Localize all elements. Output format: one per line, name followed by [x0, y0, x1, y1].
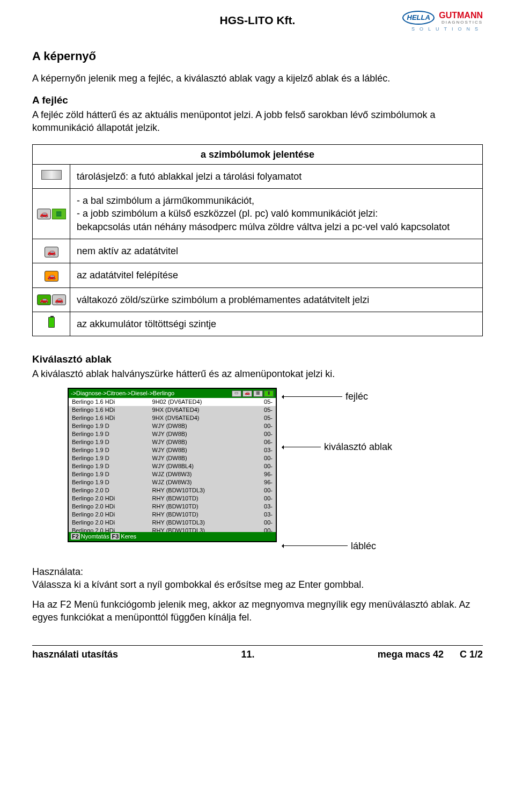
hella-logo-icon: HELLA: [402, 11, 435, 25]
titlebar-icon: ▮: [264, 390, 274, 397]
battery-icon: [48, 317, 55, 328]
list-item[interactable]: Berlingo 1.9 DWJZ (DW8W3)96-: [69, 470, 276, 478]
page-footer: használati utasítás 11. mega macs 42 C 1…: [32, 645, 483, 661]
car-green-icon: 🚗: [37, 294, 51, 305]
storage-indicator-icon: [41, 170, 62, 180]
text-select-window: A kiválasztó ablak halványszürke hátterű…: [32, 367, 483, 380]
gutmann-logo: GUTMANN: [439, 11, 483, 20]
car-grey-icon: 🚗: [37, 209, 51, 219]
screenshot-title-text: ->Diagnose->Citroen->Diesel->Berlingo: [71, 389, 174, 397]
fkey: F2: [71, 533, 80, 540]
heading-select-window: Kiválasztó ablak: [32, 352, 483, 366]
list-item[interactable]: Berlingo 2.0 HDiRHY (BDW10TDL3)00-: [69, 527, 276, 532]
text-header-desc: A fejléc zöld hátterű és az aktuális men…: [32, 108, 483, 135]
company-title: HGS-LITO Kft.: [156, 11, 359, 28]
heading-header: A fejléc: [32, 93, 483, 107]
symbol-desc: váltakozó zöld/szürke szimbólum a problé…: [70, 287, 483, 312]
list-item[interactable]: Berlingo 2.0 HDiRHY (BDW10TD)03-: [69, 503, 276, 511]
leader-line-icon: [283, 545, 348, 546]
list-item[interactable]: Berlingo 1.9 DWJY (DW8B)06-: [69, 438, 276, 446]
heading-screen: A képernyő: [32, 48, 483, 64]
list-item[interactable]: Berlingo 2.0 HDiRHY (BDW10TDL3)00-: [69, 519, 276, 527]
list-item[interactable]: Berlingo 2.0 HDiRHY (BDW10TD)03-: [69, 511, 276, 519]
footer-product: mega macs 42: [378, 649, 444, 660]
list-item[interactable]: Berlingo 1.6 HDi9HX (DV6ATED4)05-: [69, 406, 276, 414]
annot-label: kiválasztó ablak: [324, 440, 392, 453]
list-item[interactable]: Berlingo 1.9 DWJY (DW8B)00-: [69, 430, 276, 438]
footer-center: 11.: [241, 648, 254, 661]
brand-logos: HELLA GUTMANN DIAGNOSTICS SOLUTIONS: [359, 11, 483, 32]
annotated-screenshot: ->Diagnose->Citroen->Diesel->Berlingo ▭ …: [68, 388, 483, 552]
footer-page: C 1/2: [460, 649, 483, 660]
leader-line-icon: [283, 447, 321, 447]
chip-green-icon: ▦: [52, 209, 66, 219]
list-item[interactable]: Berlingo 1.6 HDi9HX (DV6ATED4)05-: [69, 414, 276, 422]
symbol-desc: az akkumulátor töltöttségi szintje: [70, 312, 483, 336]
list-item[interactable]: Berlingo 1.6 HDi9H02 (DV6ATED4)05-: [69, 398, 276, 406]
list-item[interactable]: Berlingo 1.9 DWJZ (DW8W3)96-: [69, 478, 276, 486]
titlebar-icon: 🚗: [242, 390, 252, 397]
titlebar-icon: ▭: [232, 390, 241, 397]
page-header: HGS-LITO Kft. HELLA GUTMANN DIAGNOSTICS …: [32, 11, 483, 32]
annot-label: fejléc: [345, 390, 368, 403]
screenshot-list: Berlingo 1.6 HDi9H02 (DV6ATED4)05-Berlin…: [69, 398, 276, 532]
diagnostics-text: DIAGNOSTICS: [439, 20, 483, 25]
usage-heading: Használata:: [32, 565, 483, 578]
car-grey-icon: 🚗: [45, 247, 58, 257]
symbol-table-heading: a szimbólumok jelentése: [33, 144, 483, 164]
list-item[interactable]: Berlingo 1.9 DWJY (DW8B)03-: [69, 446, 276, 454]
list-item[interactable]: Berlingo 1.9 DWJY (DW8BL4)00-: [69, 462, 276, 470]
symbol-desc: az adatátvitel felépítése: [70, 263, 483, 287]
usage-text: Válassza ki a kívánt sort a nyíl gombokk…: [32, 578, 483, 591]
screenshot-frame: ->Diagnose->Citroen->Diesel->Berlingo ▭ …: [68, 388, 277, 542]
f2-note-text: Ha az F2 Menü funkciógomb jelenik meg, a…: [32, 598, 483, 624]
symbol-desc: nem aktív az adatátvitel: [70, 239, 483, 263]
symbol-meaning-table: a szimbólumok jelentése tárolásjelző: a …: [32, 144, 483, 337]
list-item[interactable]: Berlingo 2.0 DRHY (BDW10TDL3)00-: [69, 486, 276, 494]
footer-left: használati utasítás: [32, 648, 118, 661]
list-item[interactable]: Berlingo 1.9 DWJY (DW8B)00-: [69, 454, 276, 462]
list-item[interactable]: Berlingo 2.0 HDiRHY (BDW10TD)00-: [69, 494, 276, 503]
screenshot-footer: F2Nyomtatás F3Keres: [69, 532, 276, 541]
car-grey-icon: 🚗: [52, 294, 66, 305]
screenshot-titlebar: ->Diagnose->Citroen->Diesel->Berlingo ▭ …: [69, 389, 276, 398]
fkey: F3: [111, 533, 120, 540]
text-screen-intro: A képernyőn jelenik meg a fejléc, a kivá…: [32, 72, 483, 85]
list-item[interactable]: Berlingo 1.9 DWJY (DW8B)00-: [69, 422, 276, 430]
titlebar-icon: ▦: [253, 390, 263, 397]
car-orange-icon: 🚗: [45, 271, 58, 282]
annot-label: lábléc: [351, 540, 376, 552]
leader-line-icon: [283, 396, 342, 397]
solutions-text: SOLUTIONS: [359, 27, 483, 32]
symbol-desc: tárolásjelző: a futó ablakkal jelzi a tá…: [70, 164, 483, 188]
symbol-desc: - a bal szimbólum a járműkommunikációt, …: [70, 189, 483, 239]
